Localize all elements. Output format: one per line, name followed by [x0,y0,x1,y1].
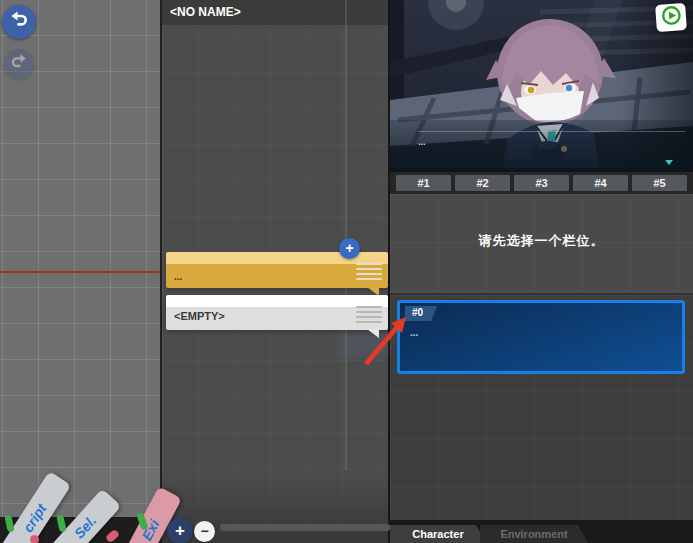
block-title: <NO NAME> [162,0,388,25]
play-icon [660,4,683,30]
play-button[interactable] [655,3,687,32]
output-port-red[interactable] [30,535,39,543]
add-command-button[interactable]: + [339,238,360,259]
horizontal-scrollbar[interactable] [220,524,390,531]
footer-tab-bar: Character Environment [390,520,693,543]
timeline-item-tag: #0 [405,306,437,321]
redo-icon [10,53,28,75]
command-panel: <NO NAME> + ... <EMPTY> + − [160,0,390,543]
dialogue-box: ... [390,120,693,172]
command-label: <EMPTY> [174,310,225,322]
timeline-item-0[interactable]: #0 ... [397,300,685,374]
remove-item-button[interactable]: − [194,521,215,542]
slot-tab-1[interactable]: #1 [396,175,451,191]
redo-button[interactable] [4,49,34,79]
dialogue-text: ... [418,137,426,147]
drag-handle-icon[interactable] [356,306,382,326]
undo-button[interactable] [2,5,36,39]
tab-environment[interactable]: Environment [480,525,588,543]
drag-handle-icon[interactable] [356,263,382,283]
add-item-button[interactable]: + [167,518,193,543]
slot-tab-row: #1 #2 #3 #4 #5 [390,172,693,194]
slot-hint-text: 请先选择一个栏位。 [479,232,605,293]
command-item-empty[interactable]: <EMPTY> [166,295,388,330]
tab-character[interactable]: Character [390,525,486,543]
advance-triangle-icon [665,160,673,165]
minus-icon: − [200,524,208,538]
game-preview[interactable]: ... [390,0,693,172]
stage-panel: ... #1 #2 #3 #4 #5 请先选择一个栏位。 [390,0,693,543]
command-label: ... [174,271,182,282]
dialogue-separator [418,131,685,132]
slot-tab-4[interactable]: #4 [573,175,628,191]
script-editor-app: cript Sel. Exi <NO NAME> + ... <EMPTY> [0,0,693,543]
canvas-y-axis-line [345,0,347,470]
timeline-area: #0 ... [390,293,693,520]
slot-tab-5[interactable]: #5 [632,175,687,191]
slot-hint-area: 请先选择一个栏位。 [390,194,693,293]
slot-tab-3[interactable]: #3 [514,175,569,191]
speech-tail [367,329,379,338]
plus-icon: + [345,241,353,255]
canvas-x-axis-line [0,271,160,273]
plus-icon: + [175,522,185,539]
node-canvas[interactable]: cript Sel. Exi [0,0,160,543]
timeline-item-text: ... [410,327,418,338]
undo-icon [9,10,29,34]
slot-tab-2[interactable]: #2 [455,175,510,191]
